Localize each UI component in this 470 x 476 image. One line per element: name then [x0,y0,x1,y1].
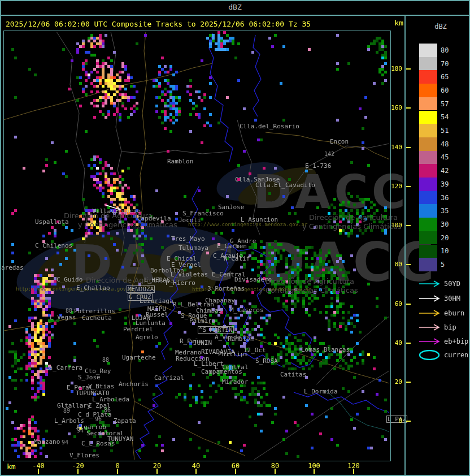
right-axis-tick [406,304,411,305]
map-town-label: Palmira [189,318,215,324]
map-town-label: C_Chilenos [35,243,72,249]
bottom-axis-unit-label: km [7,462,16,471]
map-town-label: Agrelo [136,334,158,340]
window-title: dBZ [0,0,470,16]
map-town-label: S_Jose [78,374,101,380]
dacc-subtitle-watermark: Dirección de Agricultura [309,213,398,222]
map-route-number: 88 [102,357,109,363]
map-town-label: Potrerillos [74,308,115,314]
map-town-label: Clla.El_Cavadito [255,182,315,188]
right-axis-tick [406,186,411,187]
map-route-number: 142 [324,152,334,157]
legend-item-eburn [418,308,443,318]
map-town-label: Ramblon [228,336,254,342]
map-town-label: La_Carrera [45,365,82,371]
legend-item-current [418,350,443,360]
colorbar-value-label: 80 [441,46,460,54]
map-town-label: C_L_Rosas [81,440,115,447]
legend-label: bip [444,323,456,331]
colorbar-value-label: 36 [441,194,460,202]
map-town-label: Luzuriaga [140,298,173,304]
map-town-label: Chapanay [205,297,235,304]
colorbar-value-label: 54 [441,113,460,121]
map-town-label: Tres_Mayo [171,236,205,242]
eburn-arrow-icon [418,308,443,318]
right-axis-tick [406,382,411,383]
bottom-axis-tick [353,469,354,474]
map-town-label: Uspallata [35,219,69,225]
30HM-arrow-icon [418,293,443,304]
right-axis-tick-label: 180 [390,65,402,72]
bottom-axis-tick [117,469,118,474]
map-route-number: 94 [77,428,84,434]
bottom-axis-tick [38,469,39,474]
map-route-number: 86 [104,408,111,413]
right-axis-tick-label: 100 [390,222,402,229]
colorbar-swatch [419,44,437,57]
map-town-label: MENDOZA [127,285,155,293]
map-town-label: Tulumaya [179,245,208,251]
colorbar-swatch [419,191,437,205]
legend-label: current [444,351,470,359]
map-town-label: Carrizal [154,375,184,381]
map-town-label: ^S_MARTIN [198,326,234,334]
map-town-label: L_HERAS [144,277,170,283]
right-axis-tick-label: 0 [390,417,402,425]
colorbar-value-label: 57 [441,100,460,108]
radar-app-window: dBZ 2025/12/06 06:02:00 UTC Composite Tr… [0,0,470,476]
colorbar-swatch [419,151,437,165]
bottom-axis-tick [275,469,276,474]
colorbar-swatch [419,97,437,111]
colorbar-swatch [419,258,437,271]
colorbar-value-label: 20 [441,234,460,242]
right-axis-tick [406,343,411,344]
map-town-label: L_Dormida [304,388,338,395]
colorbar-swatch [419,84,437,97]
map-town-label: S_Francisco [182,210,224,217]
map-town-label: Cacheuta [82,315,112,321]
right-axis-unit-label: km [389,19,403,27]
bottom-axis-tick [156,469,158,474]
right-axis-tick-label: 20 [390,378,402,386]
legend-label: eb+bip [444,337,468,345]
50YD-arrow-icon [418,279,443,289]
colorbar-swatch [419,178,437,191]
right-axis-tick [406,68,411,70]
right-axis-tick-label: 140 [390,144,402,151]
colorbar-swatch [419,245,437,258]
right-axis-tick-label: 120 [390,183,402,190]
colorbar-value-label: 10 [441,247,460,255]
map-route-number: 89 [63,408,70,414]
legend-label: eburn [444,309,464,317]
map-town-label: SanJose [218,204,244,210]
right-axis-tick-label: 60 [390,300,402,308]
colorbar-value-label: 65 [441,73,460,81]
colorbar-value-label: 70 [441,60,460,68]
colorbar-swatch [419,57,437,71]
colorbar-value-label: 35 [441,207,460,215]
dacc-url-watermark: http://www.contingencias.mendoza.gov.ar [16,286,135,292]
map-route-number: 96 [95,417,102,422]
bottom-axis-tick [235,469,236,474]
colorbar-swatch [419,111,437,124]
map-town-label: C_Guido [56,276,82,283]
dacc-subtitle-watermark: Dirección de Agricultura [266,277,354,285]
colorbar-swatch [419,218,437,231]
map-town-label: L_Violetas [171,271,208,278]
right-axis-tick [406,264,411,265]
eb+bip-arrow-icon [418,336,443,347]
colorbar-swatch [419,204,437,218]
colorbar-swatch [419,124,437,137]
map-route-number: 94 [62,440,68,445]
right-axis-tick-label: 160 [390,104,402,111]
map-town-label: M_Caseros [230,307,264,313]
colorbar-value-label: 45 [441,153,460,161]
colorbar-value-label: 60 [441,86,460,94]
map-town-label: S_ROSA [255,358,278,364]
map-town-label: Zapata [114,418,136,424]
map-town-label: Encon [330,139,349,145]
map-town-label: Villavicencio [92,208,141,214]
map-town-label: V_Btias [88,383,114,390]
map-town-label: E_Carmen [217,243,247,249]
colorbar-title: dBZ [420,23,461,31]
